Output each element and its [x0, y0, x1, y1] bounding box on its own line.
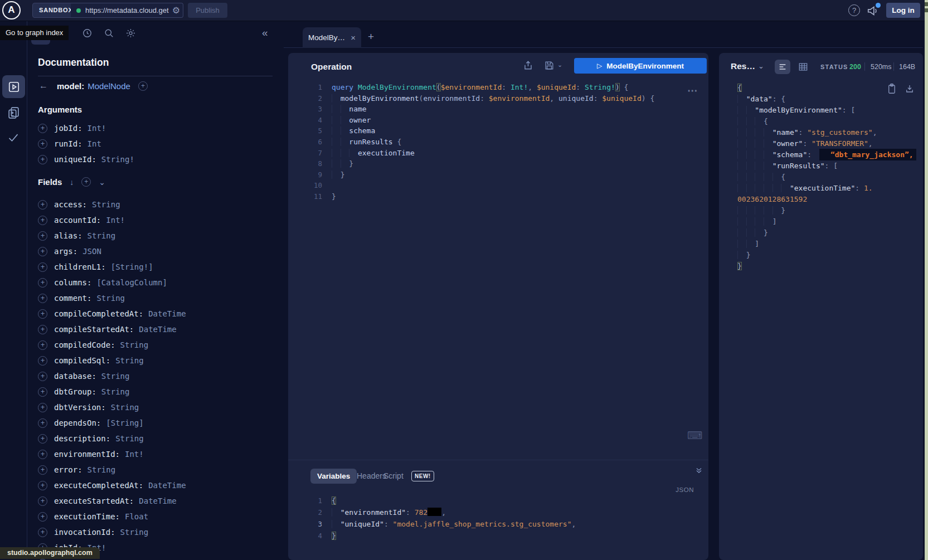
field-row[interactable]: +compiledCode:String: [38, 337, 273, 353]
field-type[interactable]: String: [120, 340, 149, 349]
code-line[interactable]: 4}: [305, 530, 703, 542]
save-options-chevron-icon[interactable]: ⌄: [557, 61, 562, 69]
formatted-view-button[interactable]: [775, 60, 790, 74]
search-icon[interactable]: [104, 28, 114, 38]
code-line[interactable]: "modelByEnvironment": [: [737, 105, 916, 116]
field-row[interactable]: +invocationId:String: [38, 524, 273, 540]
publish-button[interactable]: Publish: [188, 3, 227, 18]
field-type[interactable]: [String]: [106, 418, 143, 427]
add-to-query-icon[interactable]: +: [38, 528, 47, 537]
field-row[interactable]: +compileCompletedAt:DateTime: [38, 306, 273, 322]
save-operation-icon[interactable]: [544, 60, 555, 71]
add-to-query-icon[interactable]: +: [38, 231, 47, 241]
code-line[interactable]: 7 executionTime: [305, 148, 703, 159]
table-view-button[interactable]: [798, 62, 808, 72]
field-type[interactable]: String: [88, 231, 116, 240]
field-type[interactable]: String: [120, 528, 149, 537]
tab-script[interactable]: Script: [383, 469, 404, 484]
field-type[interactable]: Int!: [106, 216, 125, 225]
field-type[interactable]: Float: [125, 512, 148, 521]
add-to-query-icon[interactable]: +: [38, 372, 47, 381]
field-type[interactable]: JSON: [82, 247, 101, 256]
code-line[interactable]: 11}: [305, 191, 703, 202]
code-line[interactable]: ]: [737, 216, 916, 227]
field-row[interactable]: +executeCompletedAt:DateTime: [38, 478, 273, 493]
field-row[interactable]: +compiledSql:String: [38, 353, 273, 368]
field-type[interactable]: [CatalogColumn]: [96, 278, 167, 287]
fields-options-chevron-icon[interactable]: ⌄: [99, 178, 105, 187]
field-type[interactable]: String: [101, 372, 130, 381]
endpoint-url-input[interactable]: https://metadata.cloud.get ⚙: [71, 3, 183, 18]
add-to-query-icon[interactable]: +: [38, 418, 47, 428]
field-type[interactable]: DateTime: [139, 496, 176, 505]
login-button[interactable]: Log in: [886, 3, 920, 18]
field-type[interactable]: Int!: [125, 450, 144, 459]
field-row[interactable]: +executeStartedAt:DateTime: [38, 493, 273, 509]
add-to-query-icon[interactable]: +: [38, 434, 47, 444]
add-to-query-icon[interactable]: +: [38, 403, 47, 412]
add-to-query-icon[interactable]: +: [38, 340, 47, 350]
add-to-query-icon[interactable]: +: [38, 481, 47, 490]
history-icon[interactable]: [82, 28, 93, 38]
add-to-query-icon[interactable]: +: [38, 356, 47, 366]
argument-row[interactable]: +runId:Int: [38, 136, 273, 152]
field-row[interactable]: +executionTime:Float: [38, 509, 273, 524]
code-line[interactable]: }: [737, 261, 916, 272]
code-line[interactable]: }: [737, 227, 916, 238]
field-type[interactable]: String: [92, 200, 120, 209]
code-line[interactable]: {: [737, 116, 916, 127]
field-row[interactable]: +alias:String: [38, 228, 273, 244]
field-row[interactable]: +dbtGroup:String: [38, 384, 273, 400]
field-type[interactable]: String: [88, 465, 116, 474]
field-row[interactable]: +database:String: [38, 368, 273, 384]
code-line[interactable]: {: [737, 82, 916, 94]
sort-fields-icon[interactable]: ↓: [70, 178, 74, 187]
keyboard-shortcuts-icon[interactable]: ⌨: [687, 429, 702, 442]
run-operation-button[interactable]: ▷ ModelByEnvironment: [574, 58, 707, 74]
code-line[interactable]: 1query ModelByEnvironment($environmentId…: [305, 82, 703, 93]
field-row[interactable]: +dbtVersion:String: [38, 400, 273, 415]
code-line[interactable]: "data": {: [737, 94, 916, 105]
field-row[interactable]: +environmentId:Int!: [38, 446, 273, 462]
announcements-icon[interactable]: [866, 4, 880, 17]
add-to-query-icon[interactable]: +: [38, 309, 47, 319]
add-to-query-icon[interactable]: +: [38, 216, 47, 225]
sidebar-item-checks[interactable]: [7, 132, 21, 144]
add-to-query-icon[interactable]: +: [38, 139, 47, 149]
field-type[interactable]: [String!]: [111, 262, 153, 271]
help-icon[interactable]: ?: [848, 4, 860, 16]
field-row[interactable]: +description:String: [38, 431, 273, 446]
response-json-viewer[interactable]: { "data": { "modelByEnvironment": [ { "n…: [737, 82, 916, 272]
field-row[interactable]: +dependsOn:[String]: [38, 415, 273, 431]
code-line[interactable]: 2 modelByEnvironment(environmentId: $env…: [305, 93, 703, 104]
code-line[interactable]: 4 owner: [305, 115, 703, 126]
code-line[interactable]: "owner": "TRANSFORMER",: [737, 138, 916, 149]
field-type[interactable]: DateTime: [139, 325, 176, 334]
argument-row[interactable]: +jobId:Int!: [38, 120, 273, 136]
field-row[interactable]: +access:String: [38, 197, 273, 212]
code-line[interactable]: 3 "uniqueId": "model.jaffle_shop_metrics…: [305, 518, 703, 530]
endpoint-url-value[interactable]: https://metadata.cloud.get: [85, 6, 171, 14]
code-line[interactable]: 9 }: [305, 169, 703, 181]
field-type[interactable]: String!: [101, 155, 134, 164]
code-line[interactable]: 1{: [305, 495, 703, 507]
add-to-query-icon[interactable]: +: [38, 124, 47, 133]
field-type[interactable]: String: [111, 403, 139, 412]
page-scrollbar[interactable]: [925, 0, 928, 560]
response-chevron-icon[interactable]: ⌄: [758, 62, 764, 70]
code-line[interactable]: 8 }: [305, 158, 703, 169]
add-to-query-icon[interactable]: +: [38, 450, 47, 459]
field-row[interactable]: +args:JSON: [38, 244, 273, 259]
add-to-query-icon[interactable]: +: [38, 325, 47, 334]
code-line[interactable]: 3 name: [305, 104, 703, 115]
back-arrow-icon[interactable]: ←: [39, 81, 51, 91]
field-type[interactable]: String: [115, 434, 144, 443]
operation-editor[interactable]: 1query ModelByEnvironment($environmentId…: [305, 82, 703, 202]
field-type[interactable]: Int!: [88, 124, 106, 133]
code-line[interactable]: }: [737, 250, 916, 261]
add-to-query-icon[interactable]: +: [38, 155, 47, 164]
add-field-icon[interactable]: +: [138, 81, 148, 91]
code-line[interactable]: 10: [305, 180, 703, 191]
code-line[interactable]: 0023620128631592: [737, 194, 916, 205]
close-tab-icon[interactable]: ×: [351, 33, 356, 42]
